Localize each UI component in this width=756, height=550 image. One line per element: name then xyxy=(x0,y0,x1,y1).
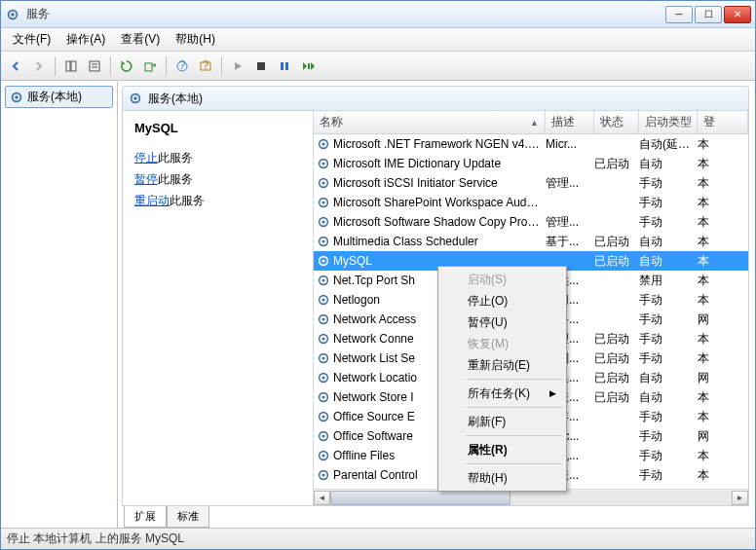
cell-name: Microsoft IME Dictionary Update xyxy=(333,157,546,170)
restart-link[interactable]: 重启动 xyxy=(134,194,170,207)
menubar: 文件(F) 操作(A) 查看(V) 帮助(H) xyxy=(1,28,755,52)
ctx-start: 启动(S) xyxy=(440,269,564,290)
service-row[interactable]: Microsoft IME Dictionary Update已启动自动本 xyxy=(314,154,748,173)
service-row[interactable]: Microsoft Software Shadow Copy Prov...管理… xyxy=(314,212,748,232)
gear-icon xyxy=(314,410,333,423)
svg-text:?: ? xyxy=(203,59,209,72)
col-startup[interactable]: 启动类型 xyxy=(639,111,698,133)
forward-button[interactable] xyxy=(28,55,50,77)
detail-service-name: MySQL xyxy=(134,121,301,135)
col-desc[interactable]: 描述 xyxy=(546,111,594,133)
detail-restart-line: 重启动此服务 xyxy=(134,192,301,209)
cell-name: Multimedia Class Scheduler xyxy=(333,235,546,248)
export-button[interactable] xyxy=(139,55,161,77)
menu-file[interactable]: 文件(F) xyxy=(5,28,58,51)
ctx-help[interactable]: 帮助(H) xyxy=(440,467,564,489)
scroll-track[interactable] xyxy=(330,491,732,505)
cell-startup: 自动 xyxy=(639,389,698,406)
ctx-stop[interactable]: 停止(O) xyxy=(440,290,564,312)
svg-rect-13 xyxy=(281,62,284,70)
tab-standard[interactable]: 标准 xyxy=(167,506,209,528)
svg-point-33 xyxy=(321,259,324,262)
service-row[interactable]: Microsoft SharePoint Workspace Audit...手… xyxy=(314,193,748,212)
gear-icon xyxy=(314,274,333,287)
ctx-refresh[interactable]: 刷新(F) xyxy=(440,411,564,432)
svg-rect-2 xyxy=(66,61,70,71)
minimize-button[interactable]: ─ xyxy=(665,6,693,23)
ctx-properties[interactable]: 属性(R) xyxy=(440,439,564,460)
titlebar: 服务 ─ ☐ ✕ xyxy=(1,1,755,28)
col-status[interactable]: 状态 xyxy=(594,111,639,133)
submenu-arrow-icon: ▶ xyxy=(549,388,556,398)
gear-icon xyxy=(314,157,333,170)
pause-service-button[interactable] xyxy=(274,55,295,77)
cell-desc: 管理... xyxy=(546,214,594,231)
properties-button[interactable] xyxy=(84,55,105,77)
cell-logon: 本 xyxy=(698,409,717,425)
cell-logon: 本 xyxy=(698,156,717,172)
ctx-restart[interactable]: 重新启动(E) xyxy=(440,354,564,376)
svg-point-27 xyxy=(321,201,324,203)
menu-help[interactable]: 帮助(H) xyxy=(168,28,223,51)
cell-desc: 基于... xyxy=(546,234,594,250)
svg-point-51 xyxy=(321,434,324,437)
service-row[interactable]: Multimedia Class Scheduler基于...已启动自动本 xyxy=(314,232,748,251)
ctx-all-tasks[interactable]: 所有任务(K)▶ xyxy=(440,383,564,404)
svg-text:?: ? xyxy=(179,59,186,72)
cell-startup: 自动 xyxy=(639,253,698,270)
ctx-pause[interactable]: 暂停(U) xyxy=(440,312,564,333)
col-logon[interactable]: 登 xyxy=(698,111,748,133)
ctx-separator xyxy=(466,463,562,464)
cell-logon: 本 xyxy=(698,136,717,153)
cell-logon: 网 xyxy=(698,428,717,445)
back-button[interactable] xyxy=(5,55,26,77)
detail-pause-line: 暂停此服务 xyxy=(134,170,301,188)
cell-name: Microsoft SharePoint Workspace Audit... xyxy=(333,196,546,209)
cell-logon: 本 xyxy=(698,292,717,309)
col-name[interactable]: 名称 ▲ xyxy=(314,111,546,133)
content-area: MySQL 停止此服务 暂停此服务 重启动此服务 名称 xyxy=(122,111,749,506)
tab-extended[interactable]: 扩展 xyxy=(124,506,167,528)
menu-action[interactable]: 操作(A) xyxy=(58,28,113,51)
list-header: 名称 ▲ 描述 状态 启动类型 登 xyxy=(314,111,748,134)
gear-icon xyxy=(314,390,333,404)
cell-logon: 本 xyxy=(698,467,717,484)
cell-startup: 自动(延迟... xyxy=(639,136,698,153)
scroll-thumb[interactable] xyxy=(330,491,510,505)
restart-service-button[interactable] xyxy=(297,55,319,77)
window-title: 服务 xyxy=(26,6,665,22)
refresh-button[interactable] xyxy=(116,55,137,77)
cell-startup: 手动 xyxy=(639,214,698,231)
help2-button[interactable]: ? xyxy=(195,55,216,77)
tree-root-services[interactable]: 服务(本地) xyxy=(5,86,113,108)
stop-link[interactable]: 停止 xyxy=(134,151,158,165)
cell-status: 已启动 xyxy=(594,234,639,250)
maximize-button[interactable]: ☐ xyxy=(695,6,722,23)
svg-point-41 xyxy=(321,337,324,340)
ctx-resume: 恢复(M) xyxy=(440,333,564,354)
svg-rect-3 xyxy=(71,61,76,71)
app-icon xyxy=(5,7,20,22)
pause-link[interactable]: 暂停 xyxy=(134,172,158,186)
cell-logon: 本 xyxy=(698,350,717,367)
close-button[interactable]: ✕ xyxy=(724,6,751,23)
cell-name: Microsoft .NET Framework NGEN v4.0.... xyxy=(333,137,546,151)
gear-icon xyxy=(314,371,333,385)
cell-desc: Micr... xyxy=(546,137,594,151)
show-hide-button[interactable] xyxy=(60,55,82,77)
cell-startup: 禁用 xyxy=(639,273,698,289)
scroll-right-button[interactable]: ► xyxy=(732,491,748,505)
cell-logon: 本 xyxy=(698,253,717,270)
scroll-left-button[interactable]: ◄ xyxy=(314,491,330,505)
toolbar-separator xyxy=(166,56,167,76)
stop-service-button[interactable] xyxy=(250,55,272,77)
window-buttons: ─ ☐ ✕ xyxy=(665,6,751,23)
cell-startup: 手动 xyxy=(639,292,698,309)
panel-header: 服务(本地) xyxy=(122,86,749,111)
cell-startup: 手动 xyxy=(639,467,698,484)
help-button[interactable]: ? xyxy=(171,55,193,77)
service-row[interactable]: Microsoft .NET Framework NGEN v4.0....Mi… xyxy=(314,134,748,154)
menu-view[interactable]: 查看(V) xyxy=(113,28,168,51)
start-service-button[interactable] xyxy=(227,55,248,77)
service-row[interactable]: Microsoft iSCSI Initiator Service管理...手动… xyxy=(314,173,748,193)
